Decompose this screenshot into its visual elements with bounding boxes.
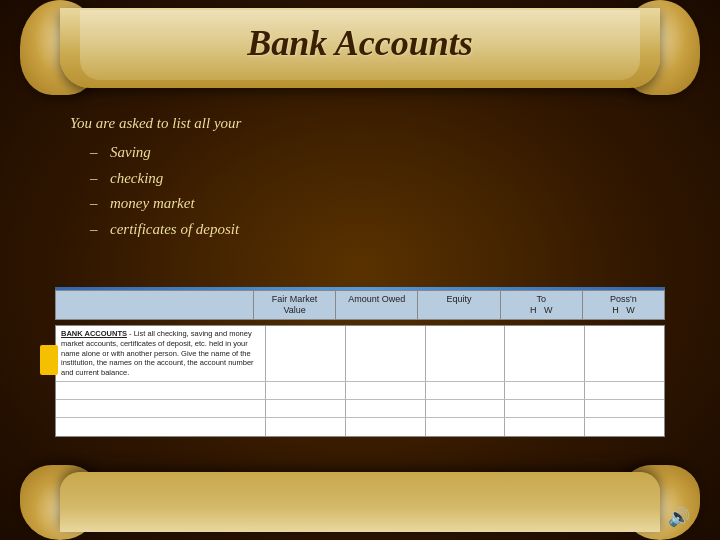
bullet-checking: checking [90,166,650,192]
form-data-1[interactable] [266,326,346,381]
scroll-bottom-main [60,472,660,532]
col-fair-market: Fair MarketValue [254,291,336,319]
form-section: BANK ACCOUNTS - List all checking, savin… [55,325,665,437]
col-amount-owed: Amount Owed [336,291,418,319]
col-blank [56,291,254,319]
table-section: Fair MarketValue Amount Owed Equity ToH … [55,290,665,320]
form-label-title: BANK ACCOUNTS [61,329,127,338]
form-empty-row-1 [56,382,664,400]
form-description-row: BANK ACCOUNTS - List all checking, savin… [56,326,664,382]
table-header-row: Fair MarketValue Amount Owed Equity ToH … [55,290,665,320]
yellow-tab [40,345,58,375]
empty-label-1 [56,382,266,399]
form-data-5[interactable] [585,326,664,381]
col-possn: Poss'nH W [583,291,664,319]
page-title: Bank Accounts [0,22,720,64]
form-data-4[interactable] [505,326,585,381]
intro-text: You are asked to list all your [70,115,650,132]
separator-line [55,287,665,290]
col-to-hw: ToH W [501,291,583,319]
col-equity: Equity [418,291,500,319]
form-data-2[interactable] [346,326,426,381]
bullet-list: Saving checking money market certificate… [90,140,650,242]
form-data-3[interactable] [426,326,506,381]
slide: Bank Accounts You are asked to list all … [0,0,720,540]
scroll-bottom-decoration [0,460,720,540]
bullet-money-market: money market [90,191,650,217]
bullet-certificates: certificates of deposit [90,217,650,243]
empty-label-3 [56,418,266,436]
bullet-saving: Saving [90,140,650,166]
form-empty-row-2 [56,400,664,418]
form-empty-row-3 [56,418,664,436]
form-label: BANK ACCOUNTS - List all checking, savin… [56,326,266,381]
sound-icon[interactable]: 🔊 [668,506,690,528]
empty-label-2 [56,400,266,417]
